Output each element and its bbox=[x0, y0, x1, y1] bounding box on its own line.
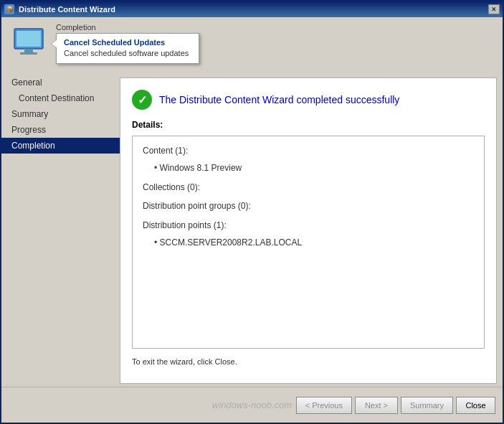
sidebar-item-completion[interactable]: Completion bbox=[1, 138, 120, 154]
header-text: Completion Cancel Scheduled Updates Canc… bbox=[56, 23, 199, 64]
window-icon: 📦 bbox=[4, 4, 14, 14]
tooltip-popup: Cancel Scheduled Updates Cancel schedule… bbox=[56, 33, 199, 64]
sidebar: General Content Destination Summary Prog… bbox=[1, 75, 120, 387]
summary-button[interactable]: Summary bbox=[401, 397, 453, 414]
success-message: The Distribute Content Wizard completed … bbox=[159, 94, 399, 105]
previous-button[interactable]: < Previous bbox=[296, 397, 352, 414]
footer: windows-noob.com < Previous Next > Summa… bbox=[1, 387, 503, 423]
exit-text: To exit the wizard, click Close. bbox=[132, 357, 485, 366]
next-button[interactable]: Next > bbox=[355, 397, 398, 414]
close-button[interactable]: Close bbox=[456, 397, 495, 414]
tooltip-desc: Cancel scheduled software updates bbox=[64, 49, 191, 57]
watermark: windows-noob.com bbox=[212, 400, 292, 410]
content-panel: ✓ The Distribute Content Wizard complete… bbox=[120, 77, 497, 384]
wizard-window: 📦 Distribute Content Wizard ✕ bbox=[0, 0, 504, 424]
svg-rect-2 bbox=[24, 49, 33, 52]
success-row: ✓ The Distribute Content Wizard complete… bbox=[132, 90, 485, 110]
step-label: Completion bbox=[56, 23, 199, 32]
collections-section: Collections (0): bbox=[143, 180, 474, 194]
main-area: General Content Destination Summary Prog… bbox=[1, 75, 503, 387]
details-box: Content (1): Windows 8.1 Preview Collect… bbox=[132, 136, 485, 349]
distribution-groups-section: Distribution point groups (0): bbox=[143, 199, 474, 213]
window-body: Completion Cancel Scheduled Updates Canc… bbox=[1, 17, 503, 423]
svg-rect-3 bbox=[20, 52, 37, 55]
content-section: Content (1): bbox=[143, 143, 474, 158]
content-item: Windows 8.1 Preview bbox=[143, 161, 474, 175]
tooltip-title: Cancel Scheduled Updates bbox=[64, 38, 191, 47]
sidebar-item-general[interactable]: General bbox=[1, 75, 120, 90]
title-bar-text: 📦 Distribute Content Wizard bbox=[4, 4, 115, 14]
svg-rect-1 bbox=[16, 31, 41, 47]
wizard-icon bbox=[9, 23, 49, 63]
header-area: Completion Cancel Scheduled Updates Canc… bbox=[1, 17, 503, 75]
close-button[interactable]: ✕ bbox=[488, 4, 500, 14]
success-icon: ✓ bbox=[132, 90, 152, 110]
sidebar-item-progress[interactable]: Progress bbox=[1, 122, 120, 138]
distribution-points-section: Distribution points (1): bbox=[143, 218, 474, 232]
distribution-points-item: SCCM.SERVER2008R2.LAB.LOCAL bbox=[143, 235, 474, 250]
title-bar: 📦 Distribute Content Wizard ✕ bbox=[1, 1, 503, 17]
window-title: Distribute Content Wizard bbox=[19, 5, 115, 14]
sidebar-item-content-destination[interactable]: Content Destination bbox=[1, 90, 120, 106]
details-label: Details: bbox=[132, 120, 485, 130]
title-bar-controls: ✕ bbox=[488, 4, 500, 14]
sidebar-item-summary[interactable]: Summary bbox=[1, 106, 120, 122]
